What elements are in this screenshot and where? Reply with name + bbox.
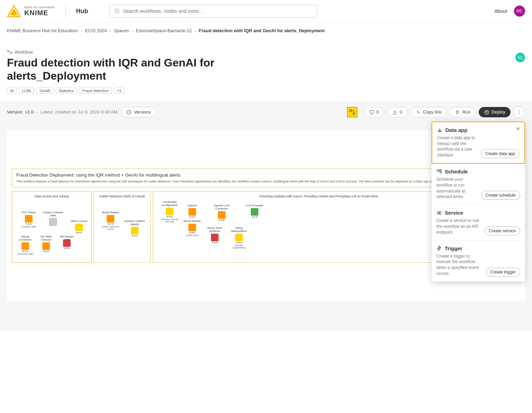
version-meta: Latest, created on Jul 9, 2024 9:48 AM <box>41 109 118 115</box>
node-label: PDF Parser <box>21 211 36 214</box>
more-button[interactable] <box>513 106 525 118</box>
search-input[interactable] <box>123 8 312 14</box>
logo-brand: KNIME <box>24 9 55 17</box>
group-title: Outlier Detection (IQR) of Frauds <box>97 195 148 198</box>
owner-badge[interactable]: E2 <box>515 53 525 62</box>
deploy-title: Service <box>445 210 463 216</box>
close-icon[interactable]: ✕ <box>516 126 520 132</box>
svg-point-13 <box>440 169 441 171</box>
workflow-label: Workflow <box>7 49 525 55</box>
versions-button[interactable]: Versions <box>121 107 156 117</box>
download-button[interactable]: 0 <box>387 107 407 117</box>
create-dataapp-button[interactable]: Create data app <box>481 149 520 158</box>
tag[interactable]: LLMs <box>19 88 34 94</box>
group-outlier: Outlier Detection (IQR) of Frauds Model … <box>94 191 151 263</box>
page-title: Fraud detection with IQR and GenAI for a… <box>7 56 249 83</box>
svg-point-8 <box>519 110 520 111</box>
breadcrumb-item[interactable]: Spaces <box>114 28 129 33</box>
breadcrumb-item[interactable]: ECIS 2024 <box>85 28 107 33</box>
tag[interactable]: Statistics <box>56 88 77 94</box>
like-button[interactable]: 0 <box>364 107 384 117</box>
search-box[interactable] <box>109 5 317 18</box>
chart-icon <box>437 127 443 133</box>
node-label: Numeric Outliers (Apply) <box>124 220 145 226</box>
breadcrumb: KNIME Business Hub for Education› ECIS 2… <box>0 23 532 39</box>
svg-rect-3 <box>11 52 12 53</box>
tag-more[interactable]: +1 <box>114 88 125 94</box>
action-bar: Version: v1.0 – Latest, created on Jul 9… <box>0 101 532 124</box>
svg-point-0 <box>115 9 118 12</box>
deploy-card-schedule: Schedule Schedule your workflow to run a… <box>432 164 525 205</box>
node-label: OpenAI <box>187 204 197 207</box>
header: Open for Innovation KNIME Hub About RC <box>0 0 532 23</box>
link-icon <box>415 109 421 115</box>
svg-rect-12 <box>440 172 441 173</box>
node-label: String Manipulation <box>229 227 249 233</box>
header-right: About RC <box>494 6 525 17</box>
play-icon <box>455 109 460 115</box>
workflow-icon <box>7 49 12 55</box>
tags: AI LLMs GenAI Statistics Fraud detection… <box>7 88 525 94</box>
deploy-popup: ✕ Data app Create a data app to interact… <box>432 122 525 281</box>
breadcrumb-current: Fraud detection with IQR and GenAI for a… <box>199 28 325 33</box>
logo-tagline: Open for Innovation <box>24 6 55 9</box>
avatar[interactable]: RC <box>514 6 525 17</box>
node-label: LLM Prompter <box>246 204 264 207</box>
group-title: Data Access and Joining <box>15 195 88 198</box>
svg-line-1 <box>118 12 119 13</box>
trigger-icon <box>436 245 442 251</box>
node-label: Extract Contract Data <box>43 211 63 217</box>
tag[interactable]: GenAI <box>36 88 53 94</box>
node-label: Vector Store Retriever <box>204 227 225 233</box>
node-label: Value Lookup <box>71 220 87 223</box>
deploy-desc: Create a data app to interact with the w… <box>437 135 477 158</box>
node-label: Model Reader <box>184 220 201 223</box>
node-label: Credentials Configuration <box>159 201 180 207</box>
version-value: v1.0 <box>25 109 34 115</box>
node-label: Model Reader <box>102 211 119 214</box>
tag[interactable]: Fraud detection <box>79 88 112 94</box>
deploy-title: Data app <box>445 127 467 133</box>
deploy-card-trigger: Trigger Create a trigger to execute the … <box>432 241 525 281</box>
hub-label[interactable]: Hub <box>76 8 88 15</box>
group-data-access: Data Access and Joining PDF ParserContra… <box>12 191 91 263</box>
node-label: DB Table Selector <box>36 235 56 242</box>
run-button[interactable]: Run <box>450 107 476 117</box>
create-service-button[interactable]: Create service <box>485 226 520 235</box>
action-right: 0 0 Copy link Run Deploy <box>347 106 525 118</box>
search-wrap <box>109 5 317 18</box>
breadcrumb-item[interactable]: ExerciseSpace-Barnacle-12 <box>136 28 192 33</box>
deploy-title: Schedule <box>445 169 468 174</box>
svg-rect-11 <box>437 170 438 171</box>
download-icon <box>392 109 398 115</box>
node-label: DB Reader <box>60 235 74 239</box>
service-icon <box>436 210 442 216</box>
node-label: OpenAI LLM Connector <box>211 204 232 210</box>
logo[interactable]: Open for Innovation KNIME <box>7 4 55 18</box>
schedule-icon <box>436 169 442 174</box>
svg-point-10 <box>519 113 520 114</box>
deploy-title: Trigger <box>445 245 462 251</box>
node-label: SQLite Connector <box>15 235 36 242</box>
heart-icon <box>369 109 374 115</box>
create-trigger-button[interactable]: Create trigger <box>486 268 520 277</box>
header-divider <box>65 4 66 18</box>
deploy-icon <box>484 109 489 115</box>
logo-text: Open for Innovation KNIME <box>24 6 55 17</box>
history-icon <box>126 109 132 115</box>
search-icon <box>114 8 120 14</box>
copy-link-button[interactable]: Copy link <box>410 107 446 117</box>
svg-point-9 <box>519 112 520 113</box>
deploy-button[interactable]: Deploy <box>479 107 511 117</box>
breadcrumb-item[interactable]: KNIME Business Hub for Education <box>7 28 78 33</box>
about-link[interactable]: About <box>494 8 507 14</box>
tag[interactable]: AI <box>7 88 17 94</box>
workflow-thumb-icon[interactable] <box>347 107 357 117</box>
deploy-desc: Create a trigger to execute the workflow… <box>436 253 482 277</box>
title-section: Workflow Fraud detection with IQR and Ge… <box>0 39 532 101</box>
node-icon <box>349 109 355 115</box>
svg-rect-6 <box>353 113 355 115</box>
create-schedule-button[interactable]: Create schedule <box>481 191 520 200</box>
deploy-card-service: Service Create a service to use the work… <box>432 205 525 240</box>
deploy-desc: Create a service to use the workflow as … <box>436 218 481 235</box>
